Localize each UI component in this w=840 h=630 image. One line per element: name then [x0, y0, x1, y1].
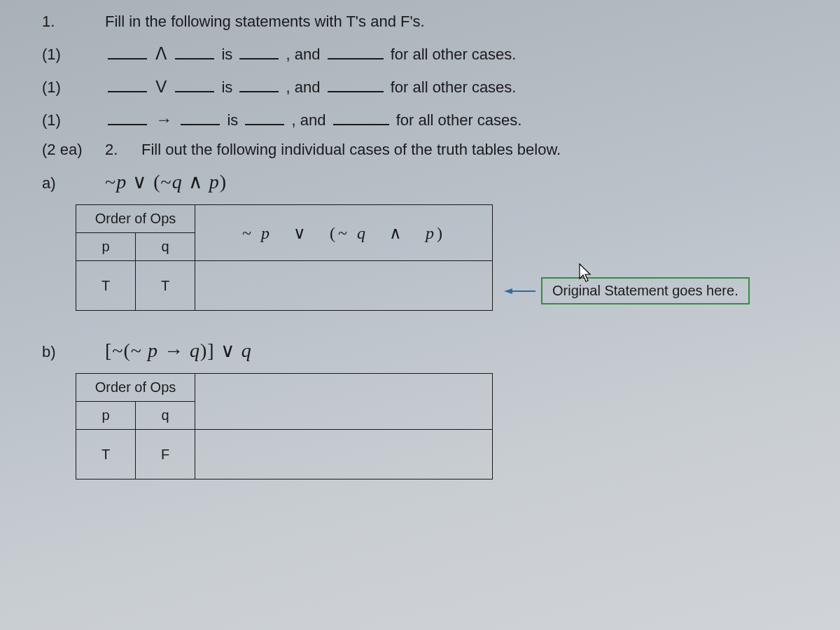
worksheet-page: 1. Fill in the following statements with… — [0, 0, 840, 630]
text-is: is — [221, 46, 232, 63]
var-q: q — [172, 171, 183, 192]
q1-number: 1. — [42, 13, 105, 31]
cell-answer[interactable] — [195, 430, 493, 479]
blank-input[interactable] — [108, 42, 147, 59]
or-icon: ∨ — [220, 340, 236, 361]
lparen-icon: ( — [153, 171, 160, 192]
callout-box: Original Statement goes here. — [541, 277, 750, 304]
q2-prompt: Fill out the following individual cases … — [141, 141, 819, 159]
callout-annotation: Original Statement goes here. — [504, 277, 750, 304]
cell-p-value: T — [76, 261, 136, 311]
table-data-row: T T — [76, 261, 493, 311]
lbracket-icon: [ — [105, 340, 112, 361]
text-tail: for all other cases. — [391, 78, 517, 96]
table-data-row: T F — [76, 430, 493, 479]
lparen-icon: ( — [123, 340, 130, 361]
col-p: p — [76, 402, 136, 430]
lparen-icon: ( — [330, 224, 338, 242]
text-tail: for all other cases. — [396, 111, 522, 129]
neg-icon: ~ — [112, 340, 123, 361]
expression-header: ~ p ∨ (~ q ∧ p) — [195, 205, 493, 261]
q1-line-3-points: (1) — [42, 111, 105, 130]
cell-p-value: T — [76, 430, 136, 479]
or-icon: ∨ — [132, 171, 148, 192]
var-p: p — [148, 340, 158, 361]
and-operator-icon: Ʌ — [154, 44, 168, 63]
part-a-row: a) ~p ∨ (~q ∧ p) — [42, 170, 819, 193]
expression-header[interactable] — [195, 374, 493, 430]
neg-icon: ~ — [338, 224, 350, 242]
rbracket-icon: ] — [207, 340, 214, 361]
text-and: , and — [292, 111, 326, 129]
q1-line-1-content: Ʌ is , and for all other cases. — [105, 42, 819, 64]
ops-header: Order of Ops — [76, 374, 195, 402]
q1-line-3-content: → is , and for all other cases. — [105, 108, 819, 130]
var-q: q — [241, 340, 252, 361]
blank-input[interactable] — [239, 75, 279, 92]
var-p: p — [116, 171, 127, 192]
rparen-icon: ) — [220, 171, 227, 192]
var-q: q — [190, 340, 200, 361]
table-head-row: Order of Ops — [76, 374, 493, 402]
neg-icon: ~ — [105, 171, 116, 192]
blank-input[interactable] — [333, 108, 389, 125]
cell-q-value: F — [136, 430, 195, 479]
ops-header: Order of Ops — [76, 205, 195, 233]
col-q: q — [136, 402, 195, 430]
q1-heading-row: 1. Fill in the following statements with… — [42, 13, 819, 31]
part-a-table: Order of Ops ~ p ∨ (~ q ∧ p) p q T T — [76, 204, 493, 311]
implies-operator-icon: → — [154, 110, 174, 129]
q1-line-3: (1) → is , and for all other cases. — [42, 108, 819, 130]
blank-input[interactable] — [108, 108, 147, 125]
arrow-line — [512, 290, 536, 292]
blank-input[interactable] — [328, 75, 384, 92]
var-q: q — [357, 224, 368, 242]
part-a-formula: ~p ∨ (~q ∧ p) — [105, 170, 819, 193]
part-b-label: b) — [42, 343, 105, 361]
rparen-icon: ) — [200, 340, 207, 361]
part-b-row: b) [~(~ p → q)] ∨ q — [42, 339, 819, 362]
text-and: , and — [286, 46, 321, 63]
var-p: p — [209, 171, 220, 192]
neg-icon: ~ — [242, 224, 254, 242]
cell-q-value: T — [136, 261, 195, 311]
blank-input[interactable] — [175, 75, 214, 92]
q2-number: 2. — [105, 141, 141, 159]
text-is: is — [227, 111, 238, 129]
text-is: is — [221, 78, 232, 96]
blank-input[interactable] — [108, 75, 147, 92]
blank-input[interactable] — [239, 42, 279, 59]
q1-line-2-content: V is , and for all other cases. — [105, 75, 819, 97]
or-icon: ∨ — [293, 224, 309, 242]
blank-input[interactable] — [181, 108, 220, 125]
rparen-icon: ) — [437, 224, 445, 242]
q1-line-1: (1) Ʌ is , and for all other cases. — [42, 42, 819, 64]
part-b-formula: [~(~ p → q)] ∨ q — [105, 339, 819, 362]
var-p: p — [426, 224, 437, 242]
blank-input[interactable] — [245, 108, 284, 125]
part-b-table: Order of Ops p q T F — [76, 373, 493, 479]
q1-prompt: Fill in the following statements with T'… — [105, 13, 819, 31]
var-p: p — [261, 224, 272, 242]
cell-answer[interactable] — [195, 261, 493, 311]
blank-input[interactable] — [175, 42, 214, 59]
implies-icon: → — [164, 340, 184, 361]
q1-line-2-points: (1) — [42, 78, 105, 97]
text-and: , and — [286, 78, 321, 96]
col-p: p — [76, 233, 136, 261]
and-icon: ∧ — [389, 224, 405, 242]
or-operator-icon: V — [154, 77, 168, 96]
q2-points: (2 ea) — [42, 141, 105, 159]
q1-line-2: (1) V is , and for all other cases. — [42, 75, 819, 97]
neg-icon: ~ — [160, 171, 172, 192]
part-b-table-wrap: Order of Ops p q T F — [76, 373, 819, 479]
table-head-row: Order of Ops ~ p ∨ (~ q ∧ p) — [76, 205, 493, 233]
col-q: q — [136, 233, 195, 261]
q2-heading-row: (2 ea) 2. Fill out the following individ… — [42, 141, 819, 159]
part-a-label: a) — [42, 174, 105, 192]
text-tail: for all other cases. — [391, 46, 517, 63]
and-icon: ∧ — [188, 171, 204, 192]
q1-line-1-points: (1) — [42, 46, 105, 64]
blank-input[interactable] — [328, 42, 384, 59]
neg-icon: ~ — [131, 340, 142, 361]
